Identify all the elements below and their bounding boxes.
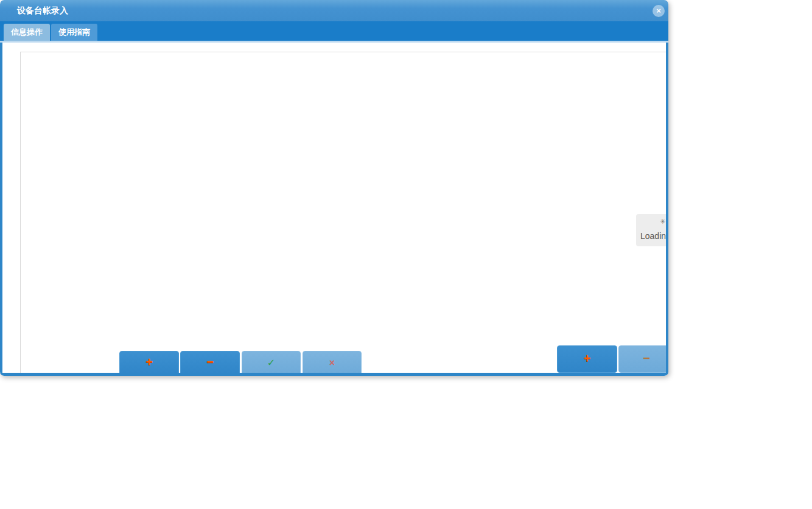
check-icon: ✓ — [267, 358, 275, 368]
add-record-button[interactable]: + — [119, 351, 179, 375]
delete-record-button[interactable]: − — [180, 351, 240, 375]
minus-icon: − — [643, 351, 650, 365]
titlebar: 设备台帐录入 — [0, 0, 668, 21]
tab-bar: 信息操作 使用指南 — [0, 21, 668, 41]
confirm-button[interactable]: ✓ — [242, 351, 301, 375]
plus-icon: + — [145, 355, 153, 369]
form-panel — [20, 52, 668, 376]
spinner-icon: ✳ — [660, 218, 665, 226]
window-border-bottom — [0, 373, 668, 376]
cancel-button[interactable]: × — [303, 351, 362, 375]
accident-delete-button[interactable]: − — [618, 345, 668, 373]
window-title: 设备台帐录入 — [17, 0, 68, 21]
equipment-entry-dialog: 设备台帐录入 × 信息操作 使用指南 电气设备台帐信息 序 号 Z00004 设… — [0, 0, 668, 376]
loading-indicator: ✳ Loading — [636, 214, 668, 246]
plus-icon: + — [584, 351, 591, 365]
accident-add-button[interactable]: + — [557, 345, 617, 373]
close-icon[interactable]: × — [653, 5, 665, 17]
tabbar-bottom-strip — [0, 41, 668, 43]
tab-info-operation[interactable]: 信息操作 — [4, 24, 50, 41]
cross-icon: × — [329, 358, 335, 368]
window-border-left — [0, 18, 2, 376]
minus-icon: − — [206, 355, 214, 369]
window-border-right — [666, 18, 668, 376]
loading-text: Loading — [640, 231, 668, 241]
tab-user-guide[interactable]: 使用指南 — [51, 24, 97, 41]
